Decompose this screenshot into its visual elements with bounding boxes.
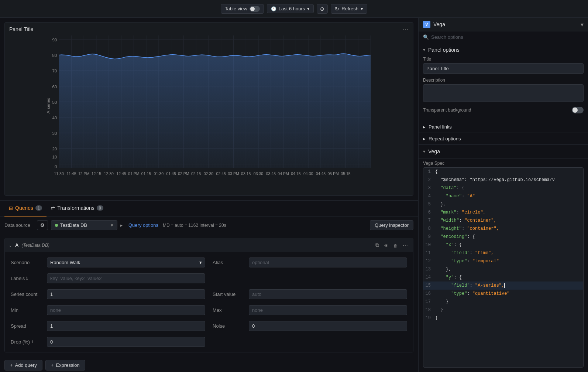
panel-options-header[interactable]: ▾ Panel options — [419, 43, 588, 57]
transparent-bg-toggle[interactable] — [572, 107, 584, 113]
panel-links-chevron-icon — [423, 124, 426, 130]
labels-input[interactable] — [47, 273, 205, 283]
table-view-switch[interactable] — [250, 6, 260, 12]
query-delete-button[interactable] — [392, 242, 399, 249]
transparent-bg-label: Transparent background — [423, 107, 471, 113]
queries-tab-label: Queries — [15, 205, 33, 211]
add-query-button[interactable]: + Add query — [4, 360, 42, 371]
query-copy-button[interactable] — [374, 241, 381, 249]
query-collapse-button[interactable]: ⌄ — [8, 243, 12, 248]
chart-fill — [59, 54, 371, 168]
title-field-label: Title — [423, 57, 584, 62]
drop-label: Drop (%) ℹ — [11, 339, 44, 345]
line-content: "width": "container", — [435, 217, 583, 224]
vega-spec-label: Vega Spec — [419, 158, 588, 167]
description-textarea[interactable] — [423, 84, 584, 102]
query-block-a: ⌄ A (TestData DB) — [4, 238, 413, 352]
left-panel: Panel Title ⋯ 90 80 70 60 50 40 30 20 — [0, 18, 418, 372]
code-line-1: 1{ — [423, 168, 583, 176]
query-inspector-button[interactable]: Query inspector — [370, 220, 413, 230]
query-options-button[interactable]: Query options — [128, 222, 158, 228]
line-content: "mark": "circle", — [435, 209, 583, 216]
start-value-input[interactable] — [249, 289, 407, 299]
cursor — [504, 283, 505, 288]
svg-text:02:45: 02:45 — [216, 171, 226, 176]
line-number: 19 — [423, 314, 435, 322]
query-editor-area: Data source ⚙ TestData DB ▸ Query option… — [0, 216, 418, 372]
description-field-label: Description — [423, 78, 584, 83]
add-expression-button[interactable]: + Expression — [45, 360, 85, 371]
svg-text:60: 60 — [52, 84, 57, 89]
svg-text:04:15: 04:15 — [291, 171, 301, 176]
datasource-row: Data source ⚙ TestData DB ▸ Query option… — [4, 216, 413, 234]
min-input[interactable] — [47, 305, 205, 315]
alias-row: Alias — [210, 255, 410, 270]
svg-text:50: 50 — [52, 100, 57, 105]
query-options-label: Query options — [128, 222, 158, 228]
panel-menu-button[interactable]: ⋯ — [403, 25, 409, 33]
drop-input[interactable] — [47, 337, 205, 347]
query-options-arrow[interactable]: ▸ — [120, 223, 123, 228]
code-line-11: 11 "field": "time", — [423, 249, 583, 257]
drop-info-icon[interactable]: ℹ — [31, 339, 33, 344]
datasource-settings-button[interactable]: ⚙ — [37, 220, 48, 230]
clock-icon — [271, 6, 276, 11]
time-range-label: Last 6 hours — [279, 6, 305, 11]
spread-input[interactable] — [47, 321, 205, 331]
search-input[interactable] — [431, 34, 584, 40]
code-line-16: 16 "type": "quantitative" — [423, 290, 583, 298]
panel-links-header[interactable]: Panel links — [419, 121, 588, 133]
line-content: }, — [435, 266, 583, 273]
code-line-6: 6 "mark": "circle", — [423, 208, 583, 216]
panel-title: Panel Title — [9, 26, 33, 32]
svg-text:01:15: 01:15 — [141, 171, 151, 176]
right-panel: V Vega 🔍 ▾ Panel options Title — [418, 18, 588, 372]
title-input[interactable] — [423, 63, 584, 74]
chart-panel: Panel Title ⋯ 90 80 70 60 50 40 30 20 — [4, 22, 413, 196]
line-number: 6 — [423, 209, 435, 216]
datasource-select[interactable]: TestData DB — [51, 220, 117, 230]
line-number: 13 — [423, 266, 435, 273]
queries-count-badge: 1 — [35, 205, 42, 211]
tab-transformations[interactable]: ⇄ Transformations 0 — [47, 200, 108, 216]
plus-icon: + — [10, 362, 13, 368]
repeat-options-header[interactable]: Repeat options — [419, 133, 588, 144]
line-content: "type": "quantitative" — [435, 290, 583, 297]
line-content: "field": "A-series", — [435, 282, 583, 289]
zoom-out-button[interactable] — [317, 4, 328, 14]
series-count-input[interactable] — [47, 289, 205, 299]
description-field: Description — [423, 78, 584, 103]
line-number: 15 — [423, 282, 435, 289]
transformations-icon: ⇄ — [51, 205, 55, 211]
table-view-toggle[interactable]: Table view — [221, 4, 264, 14]
panel-expand-button[interactable] — [581, 21, 584, 28]
code-line-3: 3 "data": { — [423, 184, 583, 192]
noise-label: Noise — [213, 323, 246, 329]
code-line-12: 12 "type": "temporal" — [423, 257, 583, 265]
code-editor[interactable]: 1{2 "$schema": "https://vega.github.io/s… — [423, 167, 584, 368]
query-more-button[interactable] — [401, 242, 409, 249]
line-content: "height": "container", — [435, 225, 583, 232]
trash-icon — [393, 242, 398, 248]
svg-text:70: 70 — [52, 68, 57, 73]
max-input[interactable] — [249, 305, 407, 315]
scenario-select[interactable]: Random Walk — [47, 257, 205, 267]
query-hide-button[interactable] — [383, 242, 390, 249]
query-form-grid: Scenario Random Walk Alias — [8, 255, 410, 349]
alias-input[interactable] — [249, 257, 407, 267]
svg-text:03:30: 03:30 — [254, 171, 264, 176]
labels-info-icon[interactable]: ℹ — [26, 276, 28, 281]
tab-queries[interactable]: ⊟ Queries 1 — [4, 200, 47, 216]
line-content: { — [435, 168, 583, 175]
code-line-2: 2 "$schema": "https://vega.github.io/sch… — [423, 176, 583, 184]
vega-section-header[interactable]: ▾ Vega — [419, 145, 588, 158]
svg-text:11:45: 11:45 — [66, 171, 76, 176]
code-line-9: 9 "encoding": { — [423, 233, 583, 241]
scenario-label: Scenario — [11, 260, 44, 265]
panel-expand-icon — [581, 21, 584, 28]
noise-input[interactable] — [249, 321, 407, 331]
svg-text:05 PM: 05 PM — [327, 171, 338, 176]
line-number: 16 — [423, 290, 435, 297]
refresh-button[interactable]: Refresh — [331, 4, 367, 14]
time-range-button[interactable]: Last 6 hours — [267, 4, 314, 13]
